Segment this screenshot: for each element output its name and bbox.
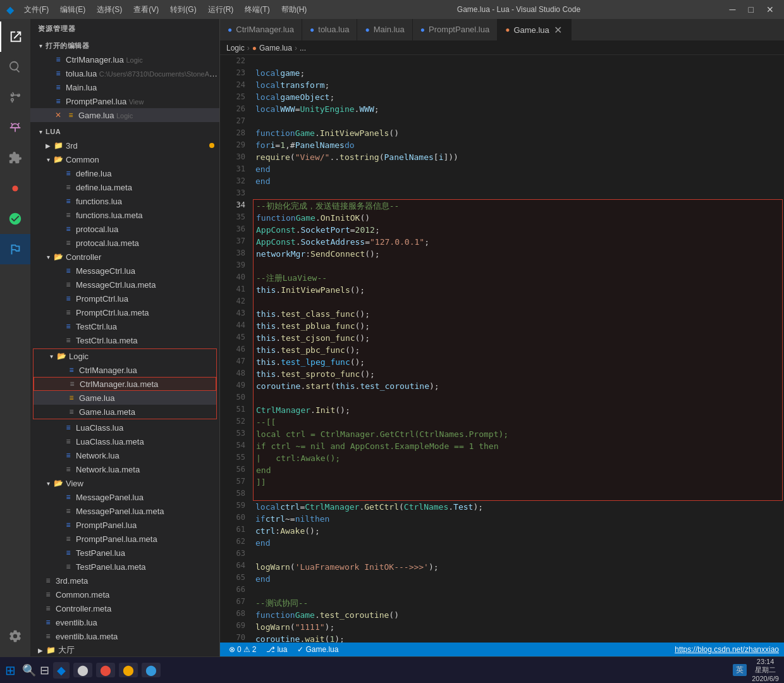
activity-settings[interactable] [0, 621, 30, 651]
activity-extensions[interactable] [0, 143, 30, 173]
file-messagepanel-meta[interactable]: ≡ MessagePanel.lua.meta [30, 504, 219, 518]
file-define-lua-meta[interactable]: ≡ define.lua.meta [30, 180, 219, 194]
file-promptctrl-meta[interactable]: ≡ PromptCtrl.lua.meta [30, 305, 219, 319]
file-common-meta[interactable]: ≡ Common.meta [30, 588, 219, 601]
file-testctrl-meta[interactable]: ≡ TestCtrl.lua.meta [30, 333, 219, 347]
menu-edit[interactable]: 编辑(E) [55, 3, 90, 16]
menu-view[interactable]: 查看(V) [128, 3, 164, 16]
code-line-40: --注册LuaView-- [254, 272, 782, 284]
menu-select[interactable]: 选择(S) [92, 3, 127, 16]
lua-file-icon: ✕ [53, 110, 63, 120]
file-eventlib-meta[interactable]: ≡ eventlib.lua.meta [30, 629, 219, 643]
folder-controller[interactable]: ▾ 📂 Controller [30, 250, 219, 264]
breadcrumb-sep: › [247, 44, 250, 52]
menu-goto[interactable]: 转到(G) [165, 3, 201, 16]
file-3rd-meta[interactable]: ≡ 3rd.meta [30, 574, 219, 588]
file-messagepanel[interactable]: ≡ MessagePanel.lua [30, 490, 219, 504]
status-link[interactable]: https://blog.csdn.net/zhanxxiao [675, 645, 779, 654]
activity-item6[interactable] [0, 173, 30, 204]
file-ctrlmanager-meta[interactable]: ≡ CtrlManager.lua.meta [34, 377, 216, 391]
activity-debug[interactable] [0, 113, 30, 143]
tab-ctrlmanager[interactable]: ● CtrlManager.lua [220, 19, 302, 40]
open-file-tolua[interactable]: ≡ tolua.lua C:\Users\87310\Documents\Sto… [30, 66, 219, 80]
file-network[interactable]: ≡ Network.lua [30, 448, 219, 462]
open-file-label: Main.lua [66, 83, 219, 92]
close-button[interactable]: ✕ [763, 3, 778, 16]
tab-game[interactable]: ● Game.lua ✕ [498, 19, 572, 40]
file-functions-lua-meta[interactable]: ≡ functions.lua.meta [30, 208, 219, 222]
file-network-meta[interactable]: ≡ Network.lua.meta [30, 462, 219, 476]
file-game-lua[interactable]: ≡ Game.lua [34, 391, 216, 405]
file-messagectrl-meta[interactable]: ≡ MessageCtrl.lua.meta [30, 278, 219, 292]
tab-promptpanel[interactable]: ● PromptPanel.lua [413, 19, 498, 40]
folder-3rd[interactable]: ▶ 📁 3rd [30, 138, 219, 152]
menu-help[interactable]: 帮助(H) [276, 3, 312, 16]
menu-run[interactable]: 运行(R) [203, 3, 239, 16]
menu-file[interactable]: 文件(F) [19, 3, 54, 16]
minimize-button[interactable]: ─ [726, 3, 740, 16]
file-protocal-lua[interactable]: ≡ protocal.lua [30, 222, 219, 236]
status-errors[interactable]: ⊗ 0 ⚠ 2 [225, 643, 260, 656]
folder-common[interactable]: ▾ 📂 Common [30, 152, 219, 166]
open-file-main[interactable]: ≡ Main.lua [30, 80, 219, 94]
status-branch[interactable]: ⎇ lua [262, 643, 291, 656]
activity-item7[interactable] [0, 204, 30, 234]
code-line-38: networkMgr:SendConnect(); [254, 248, 782, 260]
open-editors-section[interactable]: ▾ 打开的编辑器 [30, 39, 219, 52]
breadcrumb-symbol[interactable]: ... [300, 44, 306, 52]
breadcrumb-file[interactable]: Game.lua [259, 44, 292, 52]
file-ctrlmanager[interactable]: ≡ CtrlManager.lua [34, 363, 216, 377]
chrome-taskbar-icon[interactable]: ⬤ [73, 663, 92, 677]
open-file-ctrlmanager[interactable]: ≡ CtrlManager.lua Logic [30, 52, 219, 66]
file-luaclass[interactable]: ≡ LuaClass.lua [30, 421, 219, 434]
tab-main[interactable]: ● Main.lua [357, 19, 412, 40]
file-testctrl[interactable]: ≡ TestCtrl.lua [30, 319, 219, 333]
activity-search[interactable] [0, 52, 30, 82]
windows-icon[interactable]: ⊞ [5, 663, 16, 678]
lang-indicator[interactable]: 英 [733, 664, 747, 676]
taskview-icon[interactable]: ⊟ [40, 663, 49, 677]
meta-file-icon: ≡ [63, 436, 73, 446]
file-testpanel-meta[interactable]: ≡ TestPanel.lua.meta [30, 560, 219, 574]
file-controller-meta[interactable]: ≡ Controller.meta [30, 601, 219, 615]
file-label: define.lua [76, 169, 219, 178]
system-bar: ⊞ 🔍 ⊟ ◆ ⬤ ⬤ ⬤ ⬤ 英 23:14 星期二 2020/6/9 [0, 656, 784, 683]
folder-logic[interactable]: ▾ 📂 Logic [34, 349, 216, 363]
file-luaclass-meta[interactable]: ≡ LuaClass.lua.meta [30, 434, 219, 448]
breadcrumb-logic[interactable]: Logic [226, 44, 245, 52]
lua-section[interactable]: ▾ LUA [30, 125, 219, 138]
open-file-promptpanel[interactable]: ≡ PromptPanel.lua View [30, 94, 219, 108]
folder-dating[interactable]: ▶ 📁 大厅 [30, 643, 219, 656]
file-promptctrl[interactable]: ≡ PromptCtrl.lua [30, 292, 219, 305]
status-checkmark[interactable]: ✓ Game.lua [293, 643, 342, 656]
code-line-46: this.test_pbc_func(); [254, 344, 782, 356]
file-promptpanel[interactable]: ≡ PromptPanel.lua [30, 518, 219, 532]
search-taskbar-icon[interactable]: 🔍 [22, 663, 36, 677]
code-content[interactable]: local game; local transform; local gameO… [250, 55, 784, 643]
file-promptpanel-meta[interactable]: ≡ PromptPanel.lua.meta [30, 532, 219, 546]
file-messagectrl[interactable]: ≡ MessageCtrl.lua [30, 264, 219, 278]
maximize-button[interactable]: □ [745, 3, 757, 16]
app-taskbar-icon[interactable]: ⬤ [96, 663, 115, 677]
activity-explorer[interactable] [0, 22, 30, 52]
weixin-taskbar-icon[interactable]: ⬤ [119, 663, 138, 677]
blue-taskbar-icon[interactable]: ⬤ [142, 663, 161, 677]
line-num-24: 24 [236, 79, 245, 91]
folder-label: 大厅 [58, 644, 219, 656]
open-file-game[interactable]: ✕ ≡ Game.lua Logic [30, 108, 219, 122]
file-protocal-lua-meta[interactable]: ≡ protocal.lua.meta [30, 236, 219, 250]
file-testpanel[interactable]: ≡ TestPanel.lua [30, 546, 219, 560]
file-functions-lua[interactable]: ≡ functions.lua [30, 194, 219, 208]
code-editor: 22 23 24 25 26 27 28 29 30 31 32 33 34 3… [220, 55, 784, 643]
file-define-lua[interactable]: ≡ define.lua [30, 166, 219, 180]
vscode-taskbar-icon[interactable]: ◆ [53, 662, 70, 679]
folder-view[interactable]: ▾ 📂 View [30, 476, 219, 490]
tab-tolua[interactable]: ● tolua.lua [302, 19, 357, 40]
file-game-lua-meta[interactable]: ≡ Game.lua.meta [34, 405, 216, 419]
tab-close-button[interactable]: ✕ [553, 25, 563, 35]
file-eventlib[interactable]: ≡ eventlib.lua [30, 615, 219, 629]
activity-item8[interactable] [0, 234, 30, 264]
code-line-68: function Game.test_coroutine() [253, 609, 784, 621]
activity-git[interactable] [0, 82, 30, 113]
menu-terminal[interactable]: 终端(T) [240, 3, 274, 16]
